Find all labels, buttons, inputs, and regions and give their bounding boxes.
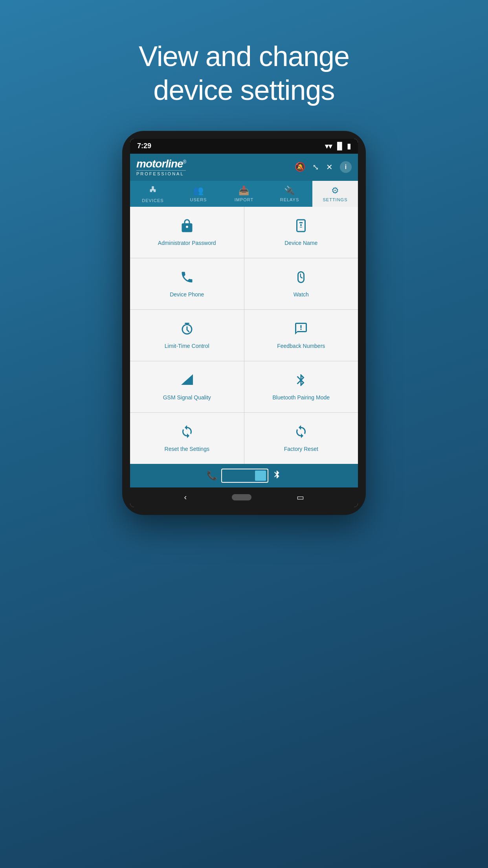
reset-settings-icon bbox=[180, 425, 194, 441]
tab-users[interactable]: 👥 USERS bbox=[176, 181, 221, 207]
relays-icon: 🔌 bbox=[284, 186, 295, 196]
phone-frame: 7:29 ▾▾ ▐▌ ▮ motorline® PROFESSIONAL 🔕 bbox=[122, 131, 366, 515]
signal-icon bbox=[180, 373, 194, 390]
reset-settings-label: Reset the Settings bbox=[165, 446, 209, 452]
headline-line2: device settings bbox=[139, 73, 349, 107]
tab-import-label: IMPORT bbox=[235, 197, 254, 202]
timer-icon bbox=[180, 322, 194, 338]
svg-point-5 bbox=[300, 224, 302, 226]
phone-icon bbox=[180, 270, 194, 287]
home-button[interactable] bbox=[232, 494, 251, 500]
compress-icon[interactable]: ⤡ bbox=[312, 162, 319, 172]
device-name-label: Device Name bbox=[284, 240, 317, 246]
progress-fill bbox=[255, 471, 266, 481]
status-bar: 7:29 ▾▾ ▐▌ ▮ bbox=[130, 139, 358, 154]
watch-icon bbox=[294, 270, 308, 287]
settings-grid: Administrator Password Device Name bbox=[130, 207, 358, 464]
info-icon[interactable]: i bbox=[340, 161, 352, 173]
import-icon: 📥 bbox=[238, 186, 250, 196]
settings-icon: ⚙ bbox=[331, 186, 339, 196]
device-phone-cell[interactable]: Device Phone bbox=[130, 258, 244, 309]
logo-text: motorline® bbox=[136, 158, 186, 169]
time-display: 7:29 bbox=[137, 142, 151, 150]
headline: View and change device settings bbox=[139, 39, 349, 107]
app-header: motorline® PROFESSIONAL 🔕 ⤡ ✕ i bbox=[130, 154, 358, 181]
bluetooth-icon bbox=[294, 373, 308, 390]
svg-marker-7 bbox=[181, 374, 193, 385]
recents-button[interactable]: ▭ bbox=[297, 493, 304, 502]
bluetooth-off-icon[interactable]: ✕ bbox=[326, 162, 333, 172]
svg-rect-2 bbox=[154, 189, 156, 192]
logo-sub: PROFESSIONAL bbox=[136, 170, 186, 176]
svg-rect-4 bbox=[299, 222, 303, 223]
svg-rect-1 bbox=[150, 189, 152, 192]
tab-devices[interactable]: DEVICES bbox=[130, 181, 176, 207]
phone-screen: 7:29 ▾▾ ▐▌ ▮ motorline® PROFESSIONAL 🔕 bbox=[130, 139, 358, 507]
device-name-cell[interactable]: Device Name bbox=[244, 207, 358, 258]
page-container: View and change device settings 7:29 ▾▾ … bbox=[0, 0, 488, 868]
signal-icon: ▐▌ bbox=[334, 142, 345, 150]
tab-relays[interactable]: 🔌 RELAYS bbox=[267, 181, 312, 207]
devices-icon bbox=[149, 186, 157, 197]
wifi-icon: ▾▾ bbox=[325, 142, 332, 151]
tab-devices-label: DEVICES bbox=[142, 198, 163, 203]
factory-reset-cell[interactable]: Factory Reset bbox=[244, 413, 358, 464]
progress-bar bbox=[221, 469, 268, 483]
bell-slash-icon[interactable]: 🔕 bbox=[295, 162, 305, 172]
lock-icon bbox=[180, 219, 194, 235]
watch-label: Watch bbox=[294, 291, 309, 298]
phone-relay-icon[interactable]: 📞 bbox=[207, 471, 217, 481]
feedback-numbers-cell[interactable]: Feedback Numbers bbox=[244, 310, 358, 361]
logo: motorline® PROFESSIONAL bbox=[136, 158, 186, 176]
users-icon: 👥 bbox=[193, 186, 204, 196]
bluetooth-status-icon[interactable] bbox=[272, 470, 282, 482]
device-name-icon bbox=[294, 219, 308, 235]
tab-relays-label: RELAYS bbox=[280, 197, 299, 202]
tab-users-label: USERS bbox=[190, 197, 207, 202]
limit-time-control-cell[interactable]: Limit-Time Control bbox=[130, 310, 244, 361]
factory-reset-icon bbox=[294, 425, 308, 441]
header-icons: 🔕 ⤡ ✕ i bbox=[295, 161, 352, 173]
bottom-nav: 📞 bbox=[130, 464, 358, 487]
android-nav-bar: ‹ ▭ bbox=[130, 487, 358, 507]
headline-line1: View and change bbox=[139, 39, 349, 73]
gsm-signal-quality-cell[interactable]: GSM Signal Quality bbox=[130, 361, 244, 412]
tab-settings[interactable]: ⚙ SETTINGS bbox=[312, 181, 358, 207]
factory-reset-label: Factory Reset bbox=[284, 446, 318, 452]
admin-password-cell[interactable]: Administrator Password bbox=[130, 207, 244, 258]
bluetooth-pairing-mode-cell[interactable]: Bluetooth Pairing Mode bbox=[244, 361, 358, 412]
watch-cell[interactable]: Watch bbox=[244, 258, 358, 309]
feedback-icon bbox=[294, 322, 308, 338]
bluetooth-pairing-mode-label: Bluetooth Pairing Mode bbox=[272, 394, 330, 401]
device-phone-label: Device Phone bbox=[170, 291, 204, 298]
tab-bar: DEVICES 👥 USERS 📥 IMPORT 🔌 RELAYS ⚙ SETT… bbox=[130, 181, 358, 207]
feedback-numbers-label: Feedback Numbers bbox=[277, 343, 325, 349]
gsm-signal-quality-label: GSM Signal Quality bbox=[163, 394, 211, 401]
tab-import[interactable]: 📥 IMPORT bbox=[221, 181, 267, 207]
battery-icon: ▮ bbox=[347, 142, 351, 151]
limit-time-control-label: Limit-Time Control bbox=[165, 343, 209, 349]
tab-settings-label: SETTINGS bbox=[323, 197, 347, 202]
back-button[interactable]: ‹ bbox=[184, 493, 187, 502]
admin-password-label: Administrator Password bbox=[158, 240, 216, 246]
status-icons: ▾▾ ▐▌ ▮ bbox=[325, 142, 351, 151]
reset-settings-cell[interactable]: Reset the Settings bbox=[130, 413, 244, 464]
